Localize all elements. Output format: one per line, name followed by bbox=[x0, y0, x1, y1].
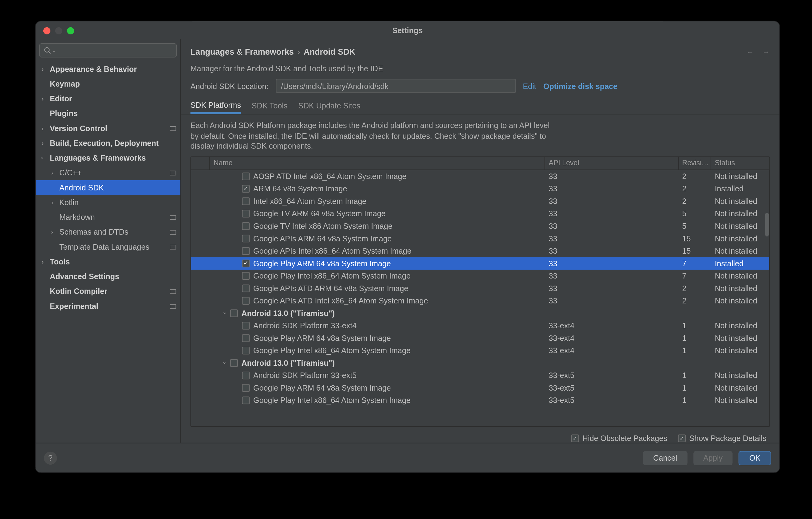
sidebar-item-kotlin[interactable]: ›Kotlin bbox=[36, 195, 180, 210]
optimize-disk-link[interactable]: Optimize disk space bbox=[543, 81, 617, 90]
api-level: 33-ext4 bbox=[545, 346, 678, 355]
table-scrollbar[interactable] bbox=[765, 213, 769, 236]
settings-search-input[interactable]: - bbox=[39, 43, 177, 57]
col-status[interactable]: Status bbox=[711, 157, 769, 170]
table-row[interactable]: Google TV ARM 64 v8a System Image335Not … bbox=[191, 207, 769, 220]
cancel-button[interactable]: Cancel bbox=[643, 451, 688, 465]
sidebar-item-experimental[interactable]: Experimental bbox=[36, 299, 180, 313]
package-checkbox[interactable] bbox=[242, 272, 250, 279]
table-row[interactable]: ›Android 13.0 ("Tiramisu") bbox=[191, 357, 769, 369]
chevron-right-icon: › bbox=[36, 66, 50, 72]
chevron-right-icon: › bbox=[45, 229, 59, 235]
package-checkbox[interactable] bbox=[242, 284, 250, 292]
api-level: 33 bbox=[545, 209, 678, 218]
sidebar-item-tools[interactable]: ›Tools bbox=[36, 254, 180, 269]
col-rev[interactable]: Revisi… bbox=[678, 157, 711, 170]
apply-button[interactable]: Apply bbox=[693, 451, 733, 465]
package-checkbox[interactable] bbox=[242, 235, 250, 242]
table-row[interactable]: Google APIs ATD ARM 64 v8a System Image3… bbox=[191, 282, 769, 295]
package-checkbox[interactable] bbox=[242, 334, 250, 342]
package-checkbox[interactable] bbox=[242, 384, 250, 392]
table-row[interactable]: Google Play Intel x86_64 Atom System Ima… bbox=[191, 344, 769, 357]
package-checkbox[interactable] bbox=[242, 371, 250, 379]
table-row[interactable]: Android SDK Platform 33-ext533-ext51Not … bbox=[191, 369, 769, 382]
expand-toggle-icon[interactable]: › bbox=[221, 360, 230, 366]
sidebar-item-label: Appearance & Behavior bbox=[50, 64, 137, 73]
sidebar-item-advanced-settings[interactable]: Advanced Settings bbox=[36, 269, 180, 284]
help-button[interactable]: ? bbox=[44, 452, 57, 464]
nav-forward-button[interactable]: → bbox=[762, 47, 770, 56]
show-package-details-checkbox[interactable]: Show Package Details bbox=[678, 434, 766, 443]
table-row[interactable]: Google Play ARM 64 v8a System Image33-ex… bbox=[191, 332, 769, 344]
close-window-button[interactable] bbox=[44, 27, 50, 34]
table-row[interactable]: Google APIs ATD Intel x86_64 Atom System… bbox=[191, 295, 769, 307]
package-checkbox[interactable] bbox=[242, 247, 250, 254]
package-name: Google APIs ATD Intel x86_64 Atom System… bbox=[253, 296, 428, 305]
sidebar-item-languages-frameworks[interactable]: ›Languages & Frameworks bbox=[36, 151, 180, 165]
minimize-window-button[interactable] bbox=[55, 27, 62, 34]
sidebar-item-plugins[interactable]: Plugins bbox=[36, 106, 180, 121]
package-checkbox[interactable] bbox=[230, 359, 238, 367]
sidebar-item-c-c-[interactable]: ›C/C++ bbox=[36, 165, 180, 180]
status: Not installed bbox=[711, 296, 769, 305]
sidebar-item-markdown[interactable]: Markdown bbox=[36, 210, 180, 224]
table-row[interactable]: ›Android 13.0 ("Tiramisu") bbox=[191, 307, 769, 319]
sidebar-item-editor[interactable]: ›Editor bbox=[36, 91, 180, 106]
status: Not installed bbox=[711, 334, 769, 342]
table-row[interactable]: Google Play Intel x86_64 Atom System Ima… bbox=[191, 394, 769, 406]
package-checkbox[interactable] bbox=[242, 346, 250, 354]
table-row[interactable]: AOSP ATD Intel x86_64 Atom System Image3… bbox=[191, 170, 769, 182]
table-row[interactable]: Google TV Intel x86 Atom System Image335… bbox=[191, 220, 769, 232]
table-row[interactable]: Google APIs ARM 64 v8a System Image3315N… bbox=[191, 232, 769, 245]
hide-obsolete-checkbox[interactable]: Hide Obsolete Packages bbox=[571, 434, 667, 443]
table-row[interactable]: Android SDK Platform 33-ext433-ext41Not … bbox=[191, 319, 769, 332]
package-checkbox[interactable] bbox=[242, 172, 250, 180]
sidebar-item-android-sdk[interactable]: Android SDK bbox=[36, 180, 180, 195]
project-settings-badge-icon bbox=[170, 171, 175, 175]
table-row[interactable]: Google APIs Intel x86_64 Atom System Ima… bbox=[191, 244, 769, 257]
sidebar-item-kotlin-compiler[interactable]: Kotlin Compiler bbox=[36, 284, 180, 299]
table-row[interactable]: Google Play ARM 64 v8a System Image33-ex… bbox=[191, 381, 769, 394]
status: Not installed bbox=[711, 346, 769, 355]
revision: 15 bbox=[678, 234, 711, 243]
table-row[interactable]: ARM 64 v8a System Image332Installed bbox=[191, 182, 769, 195]
package-checkbox[interactable] bbox=[242, 197, 250, 205]
tab-sdk-platforms[interactable]: SDK Platforms bbox=[191, 101, 241, 114]
nav-back-button[interactable]: ← bbox=[746, 47, 754, 56]
tab-sdk-tools[interactable]: SDK Tools bbox=[252, 101, 288, 114]
project-settings-badge-icon bbox=[170, 215, 175, 220]
table-row[interactable]: Intel x86_64 Atom System Image332Not ins… bbox=[191, 195, 769, 207]
tab-sdk-update-sites[interactable]: SDK Update Sites bbox=[298, 101, 360, 114]
col-name[interactable]: Name bbox=[210, 157, 545, 170]
status: Not installed bbox=[711, 246, 769, 255]
expand-toggle-icon[interactable]: › bbox=[221, 310, 230, 316]
col-api[interactable]: API Level bbox=[545, 157, 678, 170]
ok-button[interactable]: OK bbox=[738, 451, 771, 465]
package-checkbox[interactable] bbox=[242, 222, 250, 230]
sidebar-item-build-execution-deployment[interactable]: ›Build, Execution, Deployment bbox=[36, 136, 180, 151]
package-checkbox[interactable] bbox=[230, 309, 238, 317]
sidebar-item-version-control[interactable]: ›Version Control bbox=[36, 121, 180, 136]
package-checkbox[interactable] bbox=[242, 185, 250, 192]
revision: 2 bbox=[678, 196, 711, 206]
sidebar-item-template-data-languages[interactable]: Template Data Languages bbox=[36, 240, 180, 254]
package-name: Google Play Intel x86_64 Atom System Ima… bbox=[253, 396, 411, 405]
package-name: Google APIs Intel x86_64 Atom System Ima… bbox=[253, 246, 411, 255]
package-name: Google Play ARM 64 v8a System Image bbox=[253, 383, 391, 392]
sidebar-item-keymap[interactable]: Keymap bbox=[36, 77, 180, 91]
package-checkbox[interactable] bbox=[242, 297, 250, 304]
sidebar-item-schemas-and-dtds[interactable]: ›Schemas and DTDs bbox=[36, 224, 180, 239]
sdk-location-input[interactable]: /Users/mdk/Library/Android/sdk bbox=[276, 79, 516, 93]
package-checkbox[interactable] bbox=[242, 322, 250, 329]
edit-location-link[interactable]: Edit bbox=[523, 81, 536, 90]
package-checkbox[interactable] bbox=[242, 210, 250, 217]
package-checkbox[interactable] bbox=[242, 260, 250, 267]
sidebar-item-appearance-behavior[interactable]: ›Appearance & Behavior bbox=[36, 62, 180, 77]
package-name: Google APIs ARM 64 v8a System Image bbox=[253, 234, 392, 243]
table-row[interactable]: Google Play ARM 64 v8a System Image337In… bbox=[191, 257, 769, 270]
sidebar-item-label: Markdown bbox=[59, 213, 95, 222]
table-row[interactable]: Google Play Intel x86_64 Atom System Ima… bbox=[191, 269, 769, 282]
package-checkbox[interactable] bbox=[242, 396, 250, 404]
revision: 7 bbox=[678, 271, 711, 280]
zoom-window-button[interactable] bbox=[67, 27, 74, 34]
